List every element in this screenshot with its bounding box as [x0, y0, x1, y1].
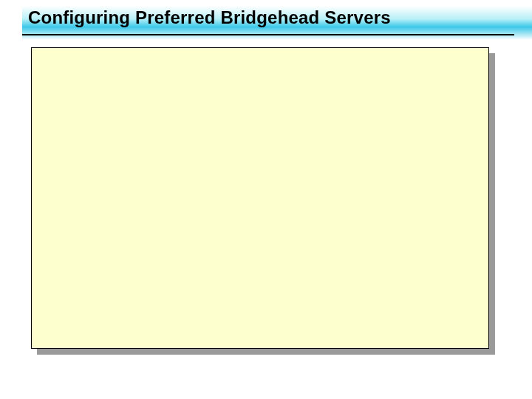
slide: Configuring Preferred Bridgehead Servers: [0, 0, 532, 399]
slide-title: Configuring Preferred Bridgehead Servers: [28, 7, 391, 28]
title-underline: [22, 34, 514, 35]
body-panel: [31, 47, 489, 349]
